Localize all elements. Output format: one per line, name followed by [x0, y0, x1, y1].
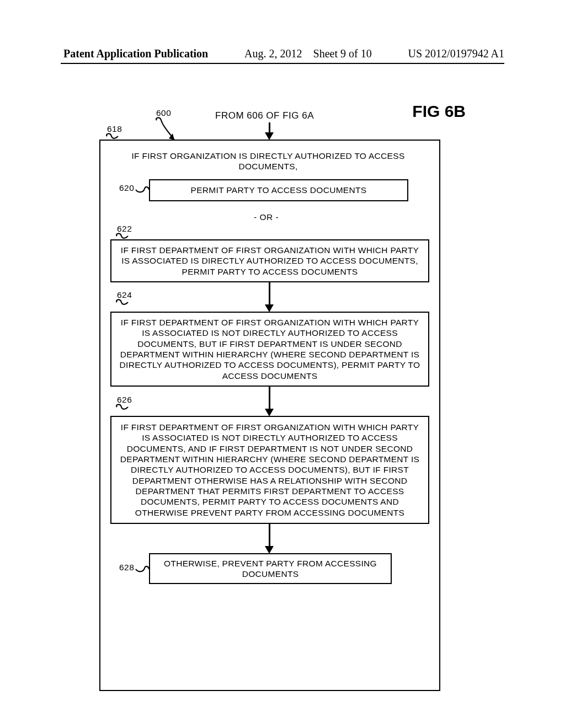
- or-label: - OR -: [254, 212, 279, 222]
- arrow-624-626-line: [269, 387, 270, 410]
- ref-628-leader: [135, 565, 150, 572]
- box-618-text: IF FIRST ORGANIZATION IS DIRECTLY AUTHOR…: [114, 151, 423, 172]
- arrow-624-626-head: [265, 409, 274, 416]
- header-left: Patent Application Publication: [63, 47, 208, 60]
- header-sheet: Sheet 9 of 10: [313, 47, 372, 60]
- arrow-in-line: [269, 122, 270, 133]
- box-624: IF FIRST DEPARTMENT OF FIRST ORGANIZATIO…: [110, 312, 429, 387]
- arrow-622-624-line: [269, 282, 270, 306]
- ref-626-leader: [114, 404, 129, 411]
- figure-title: FIG 6B: [412, 102, 466, 121]
- box-620: PERMIT PARTY TO ACCESS DOCUMENTS: [149, 179, 408, 201]
- box-622: IF FIRST DEPARTMENT OF FIRST ORGANIZATIO…: [110, 239, 429, 282]
- ref-600-leader: [153, 117, 175, 141]
- ref-628: 628: [119, 563, 134, 572]
- arrow-626-628-line: [269, 524, 270, 547]
- box-628-text: OTHERWISE, PREVENT PARTY FROM ACCESSING …: [154, 558, 386, 580]
- arrow-in-head: [265, 132, 274, 140]
- box-622-text: IF FIRST DEPARTMENT OF FIRST ORGANIZATIO…: [116, 245, 424, 277]
- ref-620-leader: [135, 185, 150, 193]
- header-mid: Aug. 2, 2012 Sheet 9 of 10: [244, 47, 372, 60]
- page-header: Patent Application Publication Aug. 2, 2…: [0, 47, 565, 60]
- ref-620: 620: [119, 183, 134, 193]
- box-624-text: IF FIRST DEPARTMENT OF FIRST ORGANIZATIO…: [116, 317, 424, 381]
- box-620-text: PERMIT PARTY TO ACCESS DOCUMENTS: [191, 185, 367, 195]
- from-label: FROM 606 OF FIG 6A: [215, 110, 314, 121]
- box-626: IF FIRST DEPARTMENT OF FIRST ORGANIZATIO…: [110, 416, 429, 524]
- page: Patent Application Publication Aug. 2, 2…: [0, 0, 565, 728]
- box-626-text: IF FIRST DEPARTMENT OF FIRST ORGANIZATIO…: [116, 422, 424, 518]
- header-date: Aug. 2, 2012: [244, 47, 302, 60]
- arrow-626-628-head: [265, 546, 274, 554]
- header-rule: [61, 63, 504, 64]
- box-628: OTHERWISE, PREVENT PARTY FROM ACCESSING …: [149, 553, 392, 584]
- arrow-622-624-head: [265, 304, 274, 312]
- header-pubnum: US 2012/0197942 A1: [408, 47, 504, 60]
- ref-624-leader: [114, 299, 129, 307]
